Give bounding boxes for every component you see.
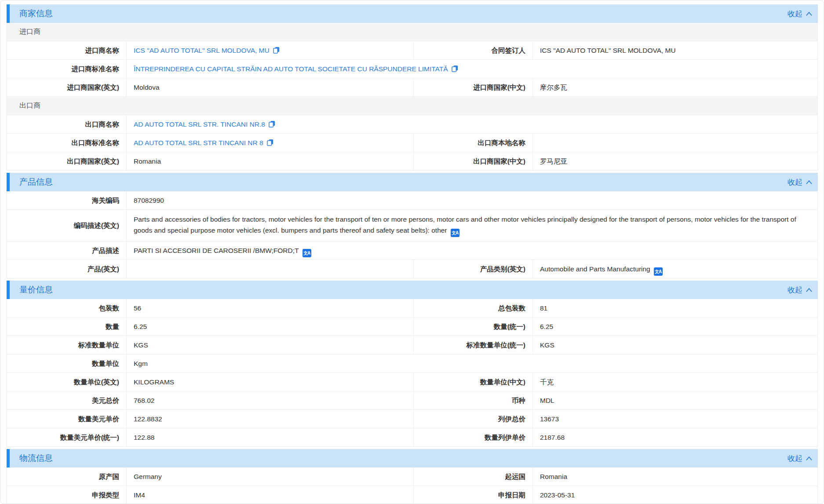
field-link[interactable]: ICS "AD AUTO TOTAL" SRL MOLDOVA, MU	[134, 47, 270, 54]
field-value-text: MDL	[540, 397, 554, 404]
table-row: 数量单位Kgm	[7, 354, 817, 373]
field-value: AD AUTO TOTAL SRL STR. TINCANI NR.8	[127, 115, 817, 133]
field-label: 包装数	[7, 299, 127, 317]
collapse-button[interactable]: 收起	[788, 453, 813, 464]
field-value-text: 6.25	[134, 323, 147, 330]
copy-icon[interactable]	[266, 139, 274, 146]
field-value	[533, 134, 817, 152]
table-row: 进口商名称ICS "AD AUTO TOTAL" SRL MOLDOVA, MU…	[7, 41, 817, 60]
field-label: 总包装数	[414, 299, 533, 317]
field-label: 进口商标准名称	[7, 60, 127, 78]
copy-icon[interactable]	[273, 46, 280, 54]
section-物流信息: 物流信息收起原产国Germany起运国Romania申报类型IM4申报日期202…	[7, 449, 818, 504]
field-label: 美元总价	[7, 391, 127, 409]
field-value: KILOGRAMS	[127, 373, 414, 391]
translate-icon[interactable]: 文A	[654, 267, 663, 276]
field-value-text: 6.25	[540, 323, 553, 330]
field-label: 数量	[7, 318, 127, 336]
field-value: MDL	[533, 391, 817, 409]
collapse-button[interactable]: 收起	[788, 9, 813, 19]
field-value-text: Romania	[134, 157, 161, 165]
collapse-button[interactable]: 收起	[788, 177, 813, 187]
field-label: 申报类型	[7, 486, 127, 504]
field-value: 2023-05-31	[533, 486, 817, 504]
field-value-text: KGS	[540, 341, 554, 349]
section-header-bar: 量价信息收起	[7, 281, 818, 299]
field-link[interactable]: AD AUTO TOTAL SRL STR TINCANI NR 8	[134, 139, 263, 146]
field-value: 13673	[533, 410, 817, 428]
field-label: 出口商国家(中文)	[414, 152, 533, 170]
field-value	[127, 260, 414, 278]
section-产品信息: 产品信息收起海关编码87082990编码描述(英文)Parts and acce…	[7, 173, 818, 278]
section-header-bar: 商家信息收起	[7, 4, 818, 23]
table-row: 海关编码87082990	[7, 191, 817, 210]
chevron-up-icon	[806, 11, 813, 16]
field-label: 数量单位	[7, 354, 127, 373]
field-value: KGS	[533, 336, 817, 354]
section-accent-bar	[7, 281, 10, 299]
chevron-up-icon	[806, 288, 813, 292]
field-link[interactable]: ÎNTREPRINDEREA CU CAPITAL STRĂIN AD AUTO…	[134, 65, 448, 73]
field-value: 122.88	[127, 428, 414, 446]
field-label: 标准数量单位	[7, 336, 127, 354]
table-row: 进口商国家(英文)Moldova进口商国家(中文)摩尔多瓦	[7, 78, 817, 97]
field-value: Parts and accessories of bodies for trac…	[127, 210, 817, 241]
table-row: 数量美元单价122.8832列伊总价13673	[7, 410, 817, 428]
section-量价信息: 量价信息收起包装数56总包装数81数量6.25数量(统一)6.25标准数量单位K…	[7, 281, 818, 447]
table-row: 编码描述(英文)Parts and accessories of bodies …	[7, 210, 817, 241]
field-value-text: ICS "AD AUTO TOTAL" SRL MOLDOVA, MU	[540, 47, 676, 54]
field-label: 数量美元单价	[7, 410, 127, 428]
field-value: 千克	[533, 373, 817, 391]
field-value-text: Parts and accessories of bodies for trac…	[134, 215, 796, 234]
subsection-header: 出口商	[7, 97, 817, 115]
section-title: 物流信息	[19, 453, 53, 464]
translate-icon[interactable]: 文A	[451, 229, 459, 237]
table-row: 标准数量单位KGS标准数量单位(统一)KGS	[7, 336, 817, 354]
collapse-label: 收起	[788, 453, 802, 464]
copy-icon[interactable]	[451, 65, 459, 73]
table-row: 数量美元单价(统一)122.88数量列伊单价2187.68	[7, 428, 817, 447]
field-value: 81	[533, 299, 817, 317]
field-value: 768.02	[127, 391, 414, 409]
field-value-text: 2187.68	[540, 434, 565, 441]
field-label: 数量(统一)	[414, 318, 533, 336]
field-value: 2187.68	[533, 428, 817, 446]
field-label: 数量美元单价(统一)	[7, 428, 127, 446]
field-value: Germany	[127, 467, 414, 486]
field-value: 122.8832	[127, 410, 414, 428]
translate-icon[interactable]: 文A	[303, 249, 311, 257]
copy-icon[interactable]	[268, 120, 276, 128]
field-label: 标准数量单位(统一)	[414, 336, 533, 354]
field-value-text: 81	[540, 304, 547, 312]
field-link[interactable]: AD AUTO TOTAL SRL STR. TINCANI NR.8	[134, 121, 265, 128]
field-value-text: 122.8832	[134, 415, 162, 423]
field-label: 数量单位(英文)	[7, 373, 127, 391]
field-value-text: KILOGRAMS	[134, 378, 174, 386]
table-row: 出口商国家(英文)Romania出口商国家(中文)罗马尼亚	[7, 152, 817, 171]
field-label: 出口商标准名称	[7, 134, 127, 152]
field-value-text: 87082990	[134, 197, 164, 204]
table-row: 出口商名称AD AUTO TOTAL SRL STR. TINCANI NR.8	[7, 115, 817, 134]
field-label: 出口商国家(英文)	[7, 152, 127, 170]
field-value: Romania	[127, 152, 414, 170]
collapse-label: 收起	[788, 285, 802, 295]
field-value-text: IM4	[134, 491, 145, 499]
field-value: ICS "AD AUTO TOTAL" SRL MOLDOVA, MU	[533, 41, 817, 59]
chevron-up-icon	[806, 180, 813, 185]
section-accent-bar	[7, 173, 10, 191]
info-table: 进口商进口商名称ICS "AD AUTO TOTAL" SRL MOLDOVA,…	[7, 23, 818, 171]
table-row: 产品(英文)产品类别(英文)Automobile and Parts Manuf…	[7, 260, 817, 278]
section-title: 量价信息	[19, 284, 53, 296]
field-value: 6.25	[533, 318, 817, 336]
collapse-button[interactable]: 收起	[788, 285, 813, 295]
table-row: 产品描述PARTI SI ACCESORII DE CAROSERII /BMW…	[7, 241, 817, 260]
section-title: 产品信息	[19, 176, 53, 188]
field-value: 摩尔多瓦	[533, 78, 817, 96]
section-header-bar: 物流信息收起	[7, 449, 818, 467]
table-row: 数量单位(英文)KILOGRAMS数量单位(中文)千克	[7, 373, 817, 391]
field-value-text: 2023-05-31	[540, 491, 575, 499]
field-label: 海关编码	[7, 191, 127, 209]
field-value-text: Kgm	[134, 360, 148, 367]
field-value: ÎNTREPRINDEREA CU CAPITAL STRĂIN AD AUTO…	[127, 60, 817, 78]
table-row: 美元总价768.02币种MDL	[7, 391, 817, 410]
